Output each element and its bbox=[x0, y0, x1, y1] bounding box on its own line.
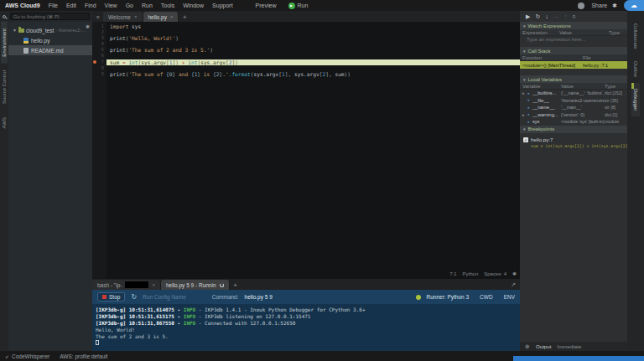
rail-tab-source-control[interactable]: Source Control bbox=[1, 64, 8, 111]
share-button[interactable]: Share bbox=[591, 3, 607, 8]
step-into-icon[interactable]: ↓ bbox=[545, 13, 548, 19]
code-line-9[interactable]: print('The sum of {0} and {1} is {2}.'.f… bbox=[106, 71, 520, 77]
menu-item-find[interactable]: Find bbox=[80, 3, 101, 8]
gutter-line-6[interactable]: 6 bbox=[92, 53, 104, 59]
watch-expressions-header[interactable]: ▾ Watch Expressions bbox=[520, 22, 627, 29]
run-button[interactable]: ▶ Run bbox=[283, 3, 314, 9]
menu-item-run[interactable]: Run bbox=[138, 3, 157, 8]
code-line-1[interactable]: import sys bbox=[106, 23, 520, 29]
rail-tab-environment[interactable]: Environment bbox=[1, 22, 8, 64]
stop-button[interactable]: Stop bbox=[97, 292, 125, 302]
language-mode[interactable]: Python bbox=[463, 271, 479, 277]
code-line-3[interactable]: print('Hello, World!') bbox=[106, 35, 520, 41]
code-editor[interactable]: 123456789 import sysprint('Hello, World!… bbox=[92, 22, 520, 279]
goto-anything-input[interactable] bbox=[10, 13, 90, 20]
goto-anything[interactable] bbox=[8, 11, 92, 22]
breakpoint-checkbox[interactable]: ✓ bbox=[523, 137, 528, 142]
menu-item-window[interactable]: Window bbox=[179, 3, 208, 8]
run-config-name-field[interactable]: Run Config Name bbox=[143, 294, 186, 300]
tab-run-hello-py[interactable]: hello.py 5 9 - Runnin bbox=[161, 280, 230, 290]
clear-output-icon[interactable]: ⊗ bbox=[525, 343, 530, 350]
debug-mode-icon[interactable] bbox=[416, 295, 421, 300]
env-button[interactable]: ENV bbox=[504, 294, 515, 300]
editor-gutter[interactable]: 123456789 bbox=[92, 22, 106, 279]
menu-item-go[interactable]: Go bbox=[122, 3, 138, 8]
code-line-8[interactable] bbox=[106, 65, 520, 71]
close-tab-icon[interactable]: × bbox=[134, 14, 138, 19]
command-value[interactable]: hello.py 5 9 bbox=[245, 294, 273, 300]
gutter-line-4[interactable]: 4 bbox=[92, 41, 104, 47]
expand-console-icon[interactable]: ↗ bbox=[511, 281, 516, 288]
cursor-position[interactable]: 7:1 bbox=[449, 271, 456, 277]
rail-tab-debugger[interactable]: Debugger bbox=[631, 83, 640, 116]
rail-tab-aws[interactable]: AWS bbox=[1, 111, 8, 135]
console-output[interactable]: [IKP3db-g] 10:51:31,614075 - INFO - IKP3… bbox=[92, 304, 520, 351]
cwd-button[interactable]: CWD bbox=[480, 294, 493, 300]
runner-selector[interactable]: Runner: Python 3 bbox=[427, 294, 470, 300]
current-debug-line[interactable]: sum = int(sys.argv[1]) + int(sys.argv[2]… bbox=[106, 59, 520, 65]
new-tab-button[interactable]: + bbox=[179, 12, 190, 22]
search-icon[interactable] bbox=[3, 11, 6, 22]
preferences-gear-icon[interactable]: ✱ bbox=[612, 3, 617, 9]
tree-file-readme-md[interactable]: README.md bbox=[8, 45, 92, 55]
gutter-line-5[interactable]: 5 bbox=[92, 47, 104, 53]
code-line-4[interactable] bbox=[106, 41, 520, 47]
editor-settings-gear-icon[interactable]: ✱ bbox=[512, 271, 517, 277]
tab-bash[interactable]: bash - "ip- × bbox=[92, 280, 161, 290]
suspend-icon[interactable]: ○ bbox=[572, 13, 575, 19]
tab-hello-py[interactable]: hello.py × bbox=[143, 12, 179, 22]
preview-button[interactable]: Preview bbox=[249, 3, 283, 8]
cloud9-cloud-icon[interactable]: ☁ bbox=[624, 0, 644, 11]
codewhisperer-status[interactable]: ✓ CodeWhisperer bbox=[5, 353, 49, 359]
tree-settings-gear-icon[interactable]: ✱ bbox=[86, 23, 90, 29]
gutter-line-2[interactable]: 2 bbox=[92, 29, 104, 35]
step-over-icon[interactable]: → bbox=[553, 13, 559, 19]
rail-tab-outline[interactable]: Outline bbox=[631, 55, 640, 83]
local-variable-row[interactable]: ●sys<module 'sys' (built-in)>module bbox=[520, 118, 627, 126]
menu-item-file[interactable]: File bbox=[44, 3, 62, 8]
indent-setting[interactable]: Spaces: 4 bbox=[484, 271, 506, 277]
callstack-current-frame[interactable]: <module>() [MainThread] hello.py :7:1 bbox=[520, 61, 627, 69]
tab-immediate[interactable]: Immediate bbox=[557, 343, 581, 349]
restart-icon[interactable]: ↻ bbox=[535, 13, 540, 20]
gutter-line-3[interactable]: 3 bbox=[92, 35, 104, 41]
code-line-5[interactable]: print('The sum of 2 and 3 is 5.') bbox=[106, 47, 520, 53]
code-line-2[interactable] bbox=[106, 29, 520, 35]
local-variable-row[interactable]: ●__name__'__main__'str [8] bbox=[520, 104, 627, 111]
resume-icon[interactable]: ▶ bbox=[526, 13, 530, 20]
local-variable-row[interactable]: ●__file__'/home/ec2-user/environme...str… bbox=[520, 97, 627, 105]
gutter-line-8[interactable]: 8 bbox=[92, 65, 104, 71]
local-variable-row[interactable]: ▸●__warning...{'version': 0}dict [1] bbox=[520, 111, 627, 119]
breakpoints-header[interactable]: ▾ Breakpoints bbox=[520, 126, 627, 133]
new-console-tab-button[interactable]: + bbox=[230, 280, 242, 290]
breakpoint-entry[interactable]: ✓ hello.py:7 bbox=[520, 136, 627, 144]
menu-item-edit[interactable]: Edit bbox=[62, 3, 80, 8]
breakpoint-icon[interactable] bbox=[93, 60, 96, 64]
step-out-icon[interactable]: ↑ bbox=[564, 13, 568, 19]
local-variables-header[interactable]: ▾ Local Variables bbox=[520, 75, 627, 83]
rail-tab-collaborate[interactable]: Collaborate bbox=[631, 18, 640, 55]
gutter-line-1[interactable]: 1 bbox=[92, 23, 104, 29]
gutter-line-9[interactable]: 9 bbox=[92, 71, 104, 77]
editor-code[interactable]: import sysprint('Hello, World!')print('T… bbox=[106, 22, 520, 279]
menu-item-tools[interactable]: Tools bbox=[157, 3, 179, 8]
menu-item-view[interactable]: View bbox=[101, 3, 122, 8]
notification-icon[interactable] bbox=[578, 3, 584, 9]
menu-item-support[interactable]: Support bbox=[208, 3, 237, 8]
tab-welcome[interactable]: Welcome × bbox=[103, 12, 143, 22]
open-files-list-icon[interactable]: ≡ bbox=[92, 12, 103, 22]
local-variable-row[interactable]: ▸●__builtins...{'__name__': 'builtins', … bbox=[520, 90, 627, 97]
aws-profile-status[interactable]: AWS: profile:default bbox=[60, 353, 107, 359]
restart-run-icon[interactable]: ↻ bbox=[131, 293, 137, 301]
tree-file-hello-py[interactable]: hello.py bbox=[8, 35, 92, 45]
gutter-line-7[interactable]: 7 bbox=[92, 59, 104, 65]
watch-expression-input[interactable]: Type an expression here... bbox=[520, 36, 627, 43]
close-tab-icon[interactable]: × bbox=[170, 14, 174, 19]
folder-expand-caret-icon[interactable]: ▼ bbox=[13, 28, 17, 33]
tab-output[interactable]: Output bbox=[536, 343, 552, 349]
tree-root-folder[interactable]: ▼ cloud9_test - /home/ec2-... bbox=[8, 25, 92, 35]
close-tab-icon[interactable]: × bbox=[152, 282, 155, 287]
call-stack-header[interactable]: ▾ Call Stack bbox=[520, 47, 627, 54]
code-line-6[interactable] bbox=[106, 53, 520, 59]
cloud9-ide: AWS Cloud9 FileEditFindViewGoRunToolsWin… bbox=[0, 0, 644, 361]
